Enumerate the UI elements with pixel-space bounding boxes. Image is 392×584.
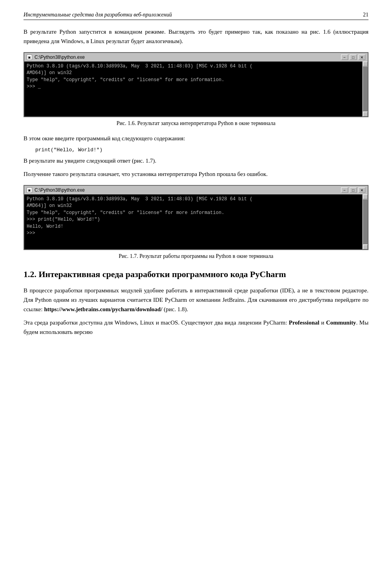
terminal-1-scrollbar[interactable]: ▲ ▼: [362, 62, 368, 116]
fig-2-caption: Рис. 1.7. Результат работы программы на …: [24, 253, 368, 259]
scroll-track: [363, 67, 368, 111]
header-title: Инструментальные средства для разработки…: [24, 12, 172, 18]
paragraph-4: Получение такого результата означает, чт…: [24, 169, 368, 179]
page: Инструментальные средства для разработки…: [0, 0, 392, 584]
terminal-1-line-3: Type "help", "copyright", "credits" or "…: [27, 77, 359, 83]
paragraph-5-link: https://www.jetbrains.com/pycharm/downlo…: [44, 306, 162, 312]
terminal-2-body: Python 3.8.10 (tags/v3.8.10:3d8993a, May…: [24, 194, 368, 249]
section-heading: 1.2. Интерактивная среда разработки прог…: [24, 269, 368, 280]
terminal-2-restore-button[interactable]: □: [350, 187, 357, 193]
paragraph-3: В результате вы увидите следующий ответ …: [24, 156, 368, 165]
page-header: Инструментальные средства для разработки…: [24, 12, 368, 20]
terminal-1: ▣ C:\Python38\python.exe − □ ✕ Python 3.…: [24, 52, 368, 117]
terminal-2: ▣ C:\Python38\python.exe − □ ✕ Python 3.…: [24, 185, 368, 250]
code-1: print("Hello, World!"): [35, 147, 368, 153]
terminal-2-line-4: >>> print("Hello, World!"): [27, 216, 359, 223]
paragraph-6-bold2: Community: [326, 319, 356, 326]
terminal-2-scroll-up-arrow[interactable]: ▲: [363, 194, 368, 199]
terminal-1-close-button[interactable]: ✕: [358, 54, 365, 60]
terminal-1-titlebar: ▣ C:\Python38\python.exe − □ ✕: [24, 53, 368, 62]
terminal-2-line-3: Type "help", "copyright", "credits" or "…: [27, 210, 359, 216]
terminal-2-line-2: AMD64)] on win32: [27, 203, 359, 209]
paragraph-6-start: Эта среда разработки доступна для Window…: [24, 319, 289, 326]
scroll-up-arrow[interactable]: ▲: [363, 62, 368, 66]
terminal-2-minimize-button[interactable]: −: [341, 187, 348, 193]
terminal-2-titlebar: ▣ C:\Python38\python.exe − □ ✕: [24, 186, 368, 194]
terminal-1-icon: ▣: [27, 54, 32, 60]
terminal-1-line-1: Python 3.8.10 (tags/v3.8.10:3d8993a, May…: [27, 63, 359, 70]
paragraph-1: В результате Python запустится в командн…: [24, 27, 368, 46]
terminal-2-scrollbar[interactable]: ▲ ▼: [362, 194, 368, 249]
terminal-2-title-text: C:\Python38\python.exe: [34, 187, 85, 193]
paragraph-2: В этом окне введите программный код след…: [24, 134, 368, 143]
terminal-2-content: Python 3.8.10 (tags/v3.8.10:3d8993a, May…: [27, 196, 359, 237]
terminal-1-title-left: ▣ C:\Python38\python.exe: [27, 54, 85, 60]
terminal-2-title-left: ▣ C:\Python38\python.exe: [27, 187, 85, 193]
scroll-down-arrow[interactable]: ▼: [363, 112, 368, 116]
terminal-1-line-4: >>> _: [27, 83, 359, 90]
terminal-2-line-6: >>>: [27, 230, 359, 237]
terminal-1-line-2: AMD64)] on win32: [27, 70, 359, 76]
terminal-1-minimize-button[interactable]: −: [341, 54, 348, 60]
terminal-1-buttons: − □ ✕: [341, 54, 365, 60]
terminal-2-line-1: Python 3.8.10 (tags/v3.8.10:3d8993a, May…: [27, 196, 359, 203]
paragraph-5: В процессе разработки программных модуле…: [24, 286, 368, 314]
paragraph-6: Эта среда разработки доступна для Window…: [24, 318, 368, 337]
paragraph-6-bold1: Professional: [289, 319, 319, 326]
terminal-1-title-text: C:\Python38\python.exe: [34, 54, 85, 60]
paragraph-5-end: (рис. 1.8).: [164, 306, 188, 312]
terminal-2-scroll-down-arrow[interactable]: ▼: [363, 245, 368, 249]
fig-1-caption: Рис. 1.6. Результат запуска интерпретато…: [24, 120, 368, 127]
terminal-2-buttons: − □ ✕: [341, 187, 365, 193]
terminal-2-scroll-track: [363, 200, 368, 244]
terminal-1-content: Python 3.8.10 (tags/v3.8.10:3d8993a, May…: [27, 63, 359, 91]
terminal-1-restore-button[interactable]: □: [350, 54, 357, 60]
terminal-2-line-5: Hello, World!: [27, 223, 359, 230]
terminal-1-body: Python 3.8.10 (tags/v3.8.10:3d8993a, May…: [24, 62, 368, 116]
terminal-2-close-button[interactable]: ✕: [358, 187, 365, 193]
paragraph-6-mid: и: [319, 319, 326, 326]
terminal-2-icon: ▣: [27, 187, 32, 193]
header-page-number: 21: [363, 12, 368, 18]
